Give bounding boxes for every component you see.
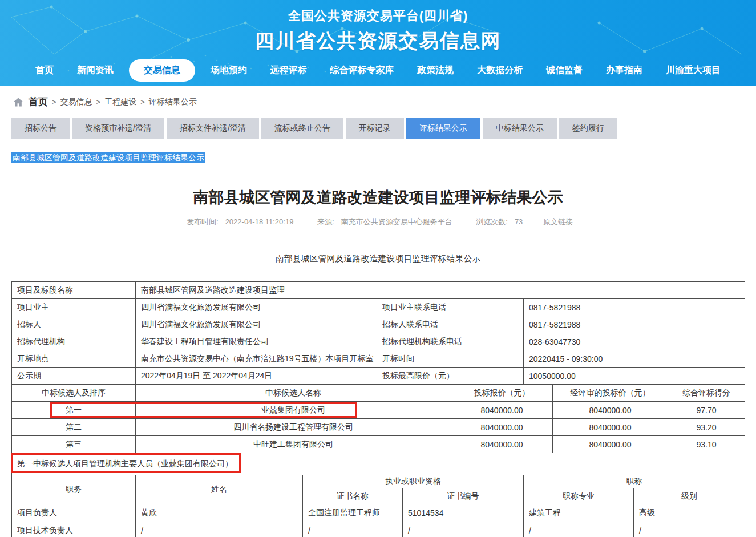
section-row: 第一中标候选人项目管理机构主要人员（业兢集团有限公司） xyxy=(12,453,745,475)
nav-item-home[interactable]: 首页 xyxy=(27,59,62,82)
info-row-opening-place: 开标地点 南充市公共资源交易中心（南充市涪江路19号五楼）本项目开标室 开标时间… xyxy=(12,350,745,368)
breadcrumb-engineering[interactable]: 工程建设 xyxy=(104,97,136,107)
tab-bid-announcement[interactable]: 招标公告 xyxy=(11,118,70,139)
breadcrumb-separator: > xyxy=(96,98,101,106)
cell-rank: 第三 xyxy=(12,436,136,453)
section-title: 第一中标候选人项目管理机构主要人员（业兢集团有限公司） xyxy=(12,453,745,475)
site-header: 全国公共资源交易平台(四川省) 四川省公共资源交易信息网 首页 新闻资讯 交易信… xyxy=(0,0,756,86)
home-icon xyxy=(13,96,24,108)
cell-bid: 8040000.00 xyxy=(451,436,553,453)
nav-item-news[interactable]: 新闻资讯 xyxy=(69,59,122,82)
site-title: 四川省公共资源交易信息网 xyxy=(0,28,756,54)
breadcrumb-separator: > xyxy=(140,98,145,106)
cell-label: 招标代理机构 xyxy=(12,333,136,350)
cell-label: 项目业主联系电话 xyxy=(377,299,524,316)
views-count: 73 xyxy=(515,217,523,226)
nav-item-chuanyu-projects[interactable]: 川渝重大项目 xyxy=(658,59,729,82)
article-meta: 发布时间:2022-04-18 11:20:19 来源:南充市公共资源交易中心服… xyxy=(0,217,756,227)
platform-title: 全国公共资源交易平台(四川省) xyxy=(0,7,756,25)
cell-value: 028-63047730 xyxy=(524,333,745,350)
candidates-header-row: 中标候选人及排序 中标候选人名称 投标报价（元） 经评审的投标价（元） 综合评标… xyxy=(12,385,745,402)
cell-label: 项目及标段名称 xyxy=(12,282,136,299)
col-header-cert-name: 证书名称 xyxy=(303,488,403,504)
col-header-qualification: 执业或职业资格 xyxy=(303,475,524,488)
result-table-wrap: 项目及标段名称 南部县城区管网及道路改造建设项目监理 项目业主 四川省满福文化旅… xyxy=(11,281,745,537)
info-row-publicity-period: 公示期 2022年04月19日 至 2022年04月24日 投标最高限价（元） … xyxy=(12,368,745,385)
breadcrumb-trade-info[interactable]: 交易信息 xyxy=(60,97,92,107)
col-header-score: 综合评标得分 xyxy=(668,385,745,402)
cell-label: 招标人联系电话 xyxy=(377,316,524,333)
cell-label: 公示期 xyxy=(12,368,136,385)
cell-value: 南充市公共资源交易中心（南充市涪江路19号五楼）本项目开标室 xyxy=(136,350,377,368)
col-header-rank: 中标候选人及排序 xyxy=(12,385,136,402)
tab-evaluation-result[interactable]: 评标结果公示 xyxy=(406,118,480,139)
info-row-tenderer: 招标人 四川省满福文化旅游发展有限公司 招标人联系电话 0817-5821988 xyxy=(12,316,745,333)
tab-contract-performance[interactable]: 签约履行 xyxy=(559,118,617,139)
col-header-level: 级别 xyxy=(634,488,745,504)
tab-failed-terminated[interactable]: 流标或终止公告 xyxy=(261,118,343,139)
cell-cert-no: / xyxy=(403,522,524,537)
cell-evaluated-bid: 8040000.00 xyxy=(553,419,668,436)
cell-candidate-name: 四川省名扬建设工程管理有限公司 xyxy=(136,419,451,436)
col-header-name: 中标候选人名称 xyxy=(136,385,451,402)
cell-person-name: 黄欣 xyxy=(136,504,303,522)
result-list: 南部县城区管网及道路改造建设项目监理评标结果公示 xyxy=(11,152,745,164)
cell-score: 97.70 xyxy=(668,402,745,419)
personnel-row-manager: 项目负责人 黄欣 全国注册监理工程师 51014534 建筑工程 高级 xyxy=(12,504,745,522)
cell-major: / xyxy=(524,522,634,537)
tab-bid-opening-record[interactable]: 开标记录 xyxy=(346,118,404,139)
cell-value: 0817-5821988 xyxy=(524,316,745,333)
result-link-selected[interactable]: 南部县城区管网及道路改造建设项目监理评标结果公示 xyxy=(11,152,205,163)
tab-bid-doc-clarification[interactable]: 招标文件补遗/澄清 xyxy=(167,118,259,139)
cell-value: 华春建设工程项目管理有限责任公司 xyxy=(136,333,377,350)
nav-item-trade-info[interactable]: 交易信息 xyxy=(129,59,195,82)
tab-winning-result[interactable]: 中标结果公示 xyxy=(483,118,557,139)
col-header-duty: 职务 xyxy=(12,475,136,504)
cell-duty: 项目技术负责人 xyxy=(12,522,136,537)
nav-item-policy[interactable]: 政策法规 xyxy=(409,59,462,82)
cell-value: 0817-5821988 xyxy=(524,299,745,316)
nav-item-big-data[interactable]: 大数据分析 xyxy=(469,59,531,82)
original-link[interactable]: 原文链接 xyxy=(543,217,573,226)
cell-label: 开标时间 xyxy=(377,350,524,368)
cell-score: 93.10 xyxy=(668,436,745,453)
personnel-row-tech-lead: 项目技术负责人 / / / / / xyxy=(12,522,745,537)
cell-level: 高级 xyxy=(634,504,745,522)
cell-rank: 第二 xyxy=(12,419,136,436)
personnel-header-row-1: 职务 姓名 执业或职业资格 职称 xyxy=(12,475,745,488)
info-row-owner: 项目业主 四川省满福文化旅游发展有限公司 项目业主联系电话 0817-58219… xyxy=(12,299,745,316)
tab-prequalification-clarification[interactable]: 资格预审补遗/澄清 xyxy=(72,118,164,139)
cell-bid: 8040000.00 xyxy=(451,402,553,419)
nav-item-guide[interactable]: 办事指南 xyxy=(598,59,650,82)
col-header-cert-no: 证书编号 xyxy=(403,488,524,504)
nav-item-remote-evaluation[interactable]: 远程评标 xyxy=(262,59,315,82)
cell-label: 项目业主 xyxy=(12,299,136,316)
candidate-row-2: 第二 四川省名扬建设工程管理有限公司 8040000.00 8040000.00… xyxy=(12,419,745,436)
info-row-agency: 招标代理机构 华春建设工程项目管理有限责任公司 招标代理机构联系电话 028-6… xyxy=(12,333,745,350)
nav-item-integrity[interactable]: 诚信监督 xyxy=(538,59,591,82)
breadcrumb-evaluation-result[interactable]: 评标结果公示 xyxy=(149,97,197,107)
cell-value: 四川省满福文化旅游发展有限公司 xyxy=(136,316,377,333)
breadcrumb: 首页 > 交易信息 > 工程建设 > 评标结果公示 xyxy=(0,86,756,118)
cell-candidate-name: 业兢集团有限公司 xyxy=(136,402,451,419)
cell-value: 2022年04月19日 至 2022年04月24日 xyxy=(136,368,377,385)
candidate-row-3: 第三 中旺建工集团有限公司 8040000.00 8040000.00 93.1… xyxy=(12,436,745,453)
cell-person-name: / xyxy=(136,522,303,537)
cell-score: 93.20 xyxy=(668,419,745,436)
cell-label: 招标代理机构联系电话 xyxy=(377,333,524,350)
nav-item-venue-booking[interactable]: 场地预约 xyxy=(203,59,255,82)
cell-value: 20220415 - 09:30:00 xyxy=(524,350,745,368)
cell-evaluated-bid: 8040000.00 xyxy=(553,436,668,453)
cell-duty: 项目负责人 xyxy=(12,504,136,522)
breadcrumb-home[interactable]: 首页 xyxy=(29,95,48,108)
cell-label: 投标最高限价（元） xyxy=(377,368,524,385)
cell-value: 10050000.00 xyxy=(524,368,745,385)
candidate-row-1: 第一 业兢集团有限公司 8040000.00 8040000.00 97.70 xyxy=(12,402,745,419)
col-header-title: 职称 xyxy=(524,475,745,488)
cell-value: 南部县城区管网及道路改造建设项目监理 xyxy=(136,282,745,299)
nav-item-expert-pool[interactable]: 综合评标专家库 xyxy=(322,59,402,82)
publish-time-label: 发布时间: xyxy=(187,217,219,226)
cell-major: 建筑工程 xyxy=(524,504,634,522)
breadcrumb-separator: > xyxy=(52,98,56,106)
cell-cert-name: / xyxy=(303,522,403,537)
